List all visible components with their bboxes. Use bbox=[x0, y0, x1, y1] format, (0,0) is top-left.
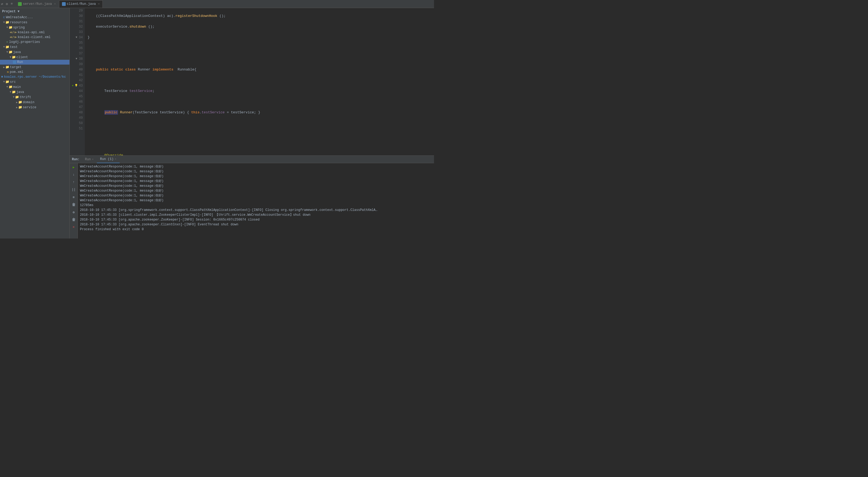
tree-label-wmcreate: WmCreateAcc... bbox=[6, 15, 33, 19]
tree-item-run[interactable]: Run bbox=[0, 60, 69, 65]
ln-50: 50 bbox=[79, 121, 83, 126]
gutter-yellow-43: 💡 bbox=[74, 83, 78, 89]
tree-item-pom[interactable]: m pom.xml bbox=[0, 70, 69, 74]
console-line-2: WmCreateAccountRespone(code:1, message:你… bbox=[80, 169, 432, 174]
console-line-thrift: 2018-10-10 17:45:33 [client.cluster.impl… bbox=[80, 212, 432, 217]
console-line-zk1: 2018-10-10 17:45:33 [org.apache.zookeepe… bbox=[80, 217, 432, 222]
code-content[interactable]: ((ClassPathXmlApplicationContext) ac).re… bbox=[85, 8, 434, 156]
clear-console-button[interactable]: 🗑 bbox=[71, 202, 77, 208]
folder-icon-src: 📁 bbox=[5, 80, 9, 84]
code-line-39 bbox=[88, 121, 431, 126]
settings-button[interactable]: ⚙ bbox=[71, 209, 77, 215]
folder-icon-resources: 📁 bbox=[5, 21, 9, 24]
ln-40: 40 bbox=[79, 67, 83, 72]
tree-item-java-main[interactable]: ▼ 📁 java bbox=[0, 90, 69, 95]
folder-icon-spring: 📁 bbox=[8, 26, 12, 30]
tree-item-target[interactable]: ▶ 📁 target bbox=[0, 65, 69, 70]
tree-label-target: target bbox=[10, 65, 22, 69]
code-line-31: } bbox=[88, 35, 431, 40]
tree-item-server-module[interactable]: ■ koalas.rpc.server ~/Documents/kc bbox=[0, 74, 69, 79]
fold-icon-34[interactable]: ▼ bbox=[75, 35, 77, 40]
folder-icon-thrift: 📁 bbox=[15, 95, 19, 99]
tree-item-client[interactable]: ▼ 📁 client bbox=[0, 55, 69, 60]
stop-button[interactable]: × bbox=[71, 224, 77, 230]
tree-item-domain[interactable]: ▶ 📁 domain bbox=[0, 100, 69, 105]
pause-button[interactable]: || bbox=[71, 187, 77, 193]
tree-label-run: Run bbox=[17, 60, 23, 64]
chevron-spring: ▼ bbox=[6, 26, 8, 29]
chevron-service: ▶ bbox=[16, 106, 18, 109]
tab-client-close[interactable]: × bbox=[98, 2, 100, 6]
chevron-src: ▼ bbox=[3, 80, 5, 83]
toolbar-icon-3[interactable]: ≡ bbox=[11, 2, 13, 6]
bottom-tab-run1[interactable]: Run (1) × bbox=[97, 156, 120, 163]
chevron-test: ▼ bbox=[3, 45, 5, 48]
tree-item-resources[interactable]: ▼ 📁 resources bbox=[0, 20, 69, 25]
run-label: Run: bbox=[70, 158, 82, 161]
folder-icon-java-main: 📁 bbox=[12, 90, 16, 94]
bottom-tab-bar: Run: Run × Run (1) × bbox=[70, 156, 434, 163]
folder-icon-client: 📁 bbox=[12, 55, 16, 59]
scroll-up-button[interactable]: ↑ bbox=[71, 179, 77, 185]
bottom-content: ▶ ↓ ↑ || ⊞ 🗑 ⚙ 🗑 × WmCreateAccountRespon… bbox=[70, 163, 434, 238]
bottom-tab-run[interactable]: Run × bbox=[82, 156, 97, 163]
tree-item-log4j[interactable]: ≡ log4j.properties bbox=[0, 40, 69, 44]
tree-label-test: test bbox=[10, 45, 18, 49]
tree-label-resources: resources bbox=[10, 21, 27, 24]
tree-item-test[interactable]: ▼ 📁 test bbox=[0, 44, 69, 49]
tree-item-wmcreate[interactable]: C WmCreateAcc... bbox=[0, 15, 69, 20]
bottom-tab-run-label: Run bbox=[85, 158, 91, 161]
tree-label-service: service bbox=[23, 106, 36, 109]
console-output[interactable]: WmCreateAccountRespone(code:1, message:你… bbox=[78, 163, 434, 238]
tree-item-thrift[interactable]: ▼ 📁 thrift bbox=[0, 95, 69, 100]
chevron-target: ▶ bbox=[3, 66, 5, 69]
folder-icon-main: 📁 bbox=[8, 85, 12, 89]
tab-server-label: server/Run.java bbox=[23, 2, 52, 6]
tab-server-close[interactable]: × bbox=[54, 2, 56, 6]
console-line-7: WmCreateAccountRespone(code:1, message:你… bbox=[80, 193, 432, 198]
code-line-40 bbox=[88, 131, 431, 137]
tree-label-java-main: java bbox=[17, 90, 24, 94]
project-header[interactable]: Project ▼ bbox=[0, 8, 69, 15]
code-line-42: @Override bbox=[88, 153, 431, 156]
code-line-29: ((ClassPathXmlApplicationContext) ac).re… bbox=[88, 13, 431, 19]
ln-39: 39 bbox=[79, 62, 83, 67]
tree-item-service[interactable]: ▶ 📁 service bbox=[0, 105, 69, 110]
bottom-tab-run-close[interactable]: × bbox=[92, 158, 94, 161]
project-title: Project ▼ bbox=[2, 10, 20, 13]
split-button[interactable]: ⊞ bbox=[71, 194, 77, 200]
play-button[interactable]: ▶ bbox=[71, 164, 77, 170]
tree-item-spring[interactable]: ▼ 📁 spring bbox=[0, 25, 69, 30]
chevron-main: ▼ bbox=[6, 86, 8, 89]
code-line-37 bbox=[88, 99, 431, 104]
scroll-down-button[interactable]: ↓ bbox=[71, 172, 77, 178]
ln-38: 38 bbox=[79, 56, 83, 62]
delete-button[interactable]: 🗑 bbox=[71, 217, 77, 223]
fold-icon-38[interactable]: ▼ bbox=[75, 56, 77, 62]
tree-label-client: client bbox=[17, 56, 28, 59]
tree-item-src[interactable]: ▼ 📁 src bbox=[0, 79, 69, 84]
console-line-spring: 2018-10-10 17:45:33 [org.springframework… bbox=[80, 208, 432, 212]
console-line-3: WmCreateAccountRespone(code:1, message:你… bbox=[80, 174, 432, 179]
tree-item-koalas-api[interactable]: ≪/≫ koalas-api.xml bbox=[0, 30, 69, 35]
module-icon: ■ bbox=[1, 75, 3, 79]
chevron-java-main: ▼ bbox=[10, 91, 11, 94]
tab-client-label: client/Run.java bbox=[67, 2, 96, 6]
tab-client-run[interactable]: client/Run.java × bbox=[59, 0, 103, 8]
toolbar-icon-1[interactable]: ⇄ bbox=[1, 2, 3, 6]
tree-item-main[interactable]: ▼ 📁 main bbox=[0, 84, 69, 90]
code-editor[interactable]: 29 30 31 32 33 ▼ 34 35 36 37 ▼ 38 bbox=[70, 8, 434, 156]
tree-label-pom: pom.xml bbox=[10, 70, 23, 74]
tree-item-koalas-client[interactable]: ≪/≫ koalas-client.xml bbox=[0, 35, 69, 40]
ln-41: 41 bbox=[79, 72, 83, 78]
toolbar-icon-2[interactable]: ⚙ bbox=[6, 2, 8, 6]
tree-item-java-test[interactable]: ▼ 📁 java bbox=[0, 49, 69, 55]
tab-server-run[interactable]: server/Run.java × bbox=[15, 0, 59, 8]
ln-37: 37 bbox=[79, 51, 83, 56]
ln-46: 46 bbox=[79, 99, 83, 104]
run-sidebar: ▶ ↓ ↑ || ⊞ 🗑 ⚙ 🗑 × bbox=[70, 163, 78, 238]
bottom-tab-run1-close[interactable]: × bbox=[115, 158, 116, 161]
bottom-tab-run1-label: Run (1) bbox=[100, 157, 114, 161]
code-line-38: public Runner(TestService testService) {… bbox=[88, 110, 431, 115]
chevron-client: ▼ bbox=[10, 56, 11, 59]
